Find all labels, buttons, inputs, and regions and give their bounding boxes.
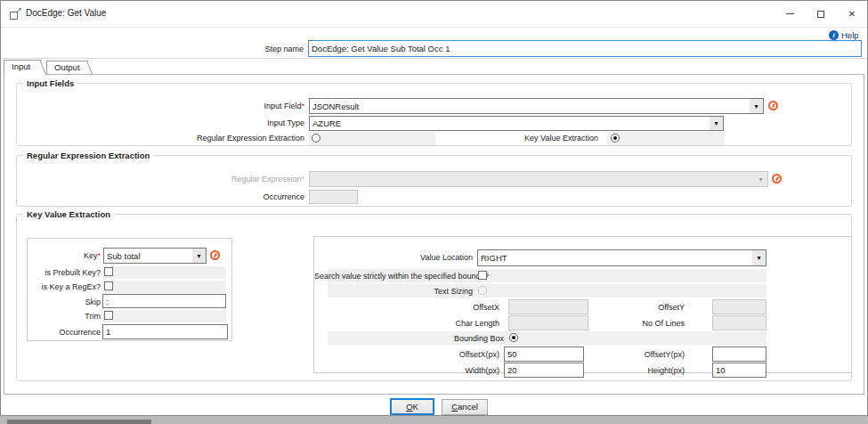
- group-kv-extraction: Key Value Extraction Key* ▾ is Prebuilt …: [16, 214, 852, 381]
- minimize-icon: [786, 13, 794, 14]
- input-type-value[interactable]: [310, 117, 710, 130]
- minimize-button[interactable]: [774, 1, 806, 27]
- prebuilt-key-strip: [102, 266, 226, 279]
- bounding-box-radio[interactable]: [509, 333, 518, 342]
- regex-extraction-option-label: Regular Expression Extraction: [37, 134, 304, 143]
- height-px-input[interactable]: [712, 363, 767, 378]
- key-warning-icon: [210, 250, 220, 260]
- offsety-label: OffsetY: [572, 303, 685, 312]
- width-px-label: Width(px): [359, 366, 499, 375]
- cancel-button[interactable]: Cancel: [442, 399, 488, 415]
- text-sizing-radio: [478, 286, 487, 295]
- kv-right-panel: Value Location ▾ Search value strictly w…: [313, 236, 852, 373]
- key-regex-label: is Key a RegEx?: [31, 282, 101, 291]
- no-of-lines-input: [712, 315, 767, 330]
- key-value[interactable]: [104, 249, 192, 263]
- key-regex-strip: [102, 281, 226, 293]
- close-button[interactable]: ✕: [836, 1, 868, 27]
- input-field-value[interactable]: [310, 99, 750, 113]
- strict-bounds-label: Search value strictly within the specifi…: [314, 272, 473, 281]
- required-marker: *: [301, 102, 304, 110]
- window-title: DocEdge: Get Value: [26, 8, 106, 18]
- chevron-down-icon[interactable]: ▾: [750, 99, 763, 113]
- input-type-label: Input Type: [37, 118, 304, 127]
- offsety-px-input[interactable]: [712, 347, 767, 362]
- key-label: Key*: [35, 251, 101, 260]
- key-regex-checkbox[interactable]: [104, 281, 113, 290]
- chevron-down-icon[interactable]: ▾: [192, 249, 206, 263]
- regex-extraction-radio[interactable]: [312, 134, 320, 143]
- regex-occurrence-input: [309, 190, 358, 204]
- offsetx-px-label: OffsetX(px): [359, 350, 499, 359]
- step-name-label: Step name: [37, 44, 304, 54]
- title-bar: ↗ DocEdge: Get Value ✕: [1, 1, 867, 28]
- app-icon: ↗: [10, 8, 21, 20]
- regular-expression-value: [310, 172, 754, 186]
- height-px-label: Height(px): [572, 366, 685, 375]
- occurrence-input[interactable]: [102, 324, 228, 339]
- group-input-fields: Input Fields Input Field* ▾ Input Type ▾…: [16, 83, 852, 146]
- external-arrow-icon: ↗: [15, 5, 22, 14]
- chevron-down-icon: ▾: [754, 172, 767, 186]
- regular-expression-label: Regular Expression*: [37, 175, 304, 183]
- close-icon: ✕: [848, 10, 856, 19]
- regular-expression-combo: ▾: [309, 171, 768, 187]
- kv-extraction-option-label: Key Value Extraction: [447, 134, 598, 143]
- group-input-fields-title: Input Fields: [23, 78, 77, 88]
- prebuilt-key-label: is Prebuilt Key?: [31, 268, 101, 277]
- info-icon: i: [829, 30, 839, 40]
- group-regex-title: Regular Expression Extraction: [23, 151, 153, 160]
- maximize-button[interactable]: [805, 1, 837, 27]
- step-name-input[interactable]: [308, 40, 862, 57]
- background-window-sliver: [7, 420, 151, 424]
- tab-input[interactable]: Input: [4, 60, 46, 75]
- no-of-lines-label: No Of Lines: [572, 319, 685, 328]
- skip-input[interactable]: [102, 294, 226, 308]
- strict-bounds-checkbox[interactable]: [478, 271, 487, 280]
- kv-extraction-option-strip: [607, 132, 725, 145]
- screen: ↗ DocEdge: Get Value ✕ i Help Step name …: [0, 0, 868, 424]
- help-button[interactable]: i Help: [829, 29, 859, 41]
- help-label: Help: [841, 30, 859, 40]
- offsety-px-label: OffsetY(px): [572, 350, 685, 359]
- chevron-down-icon[interactable]: ▾: [710, 117, 723, 130]
- trim-strip: [102, 310, 226, 322]
- key-combo[interactable]: ▾: [103, 248, 207, 264]
- value-location-value[interactable]: [478, 250, 752, 265]
- value-location-combo[interactable]: ▾: [477, 249, 767, 266]
- offsety-input: [712, 299, 767, 314]
- group-regex-extraction: Regular Expression Extraction Regular Ex…: [16, 155, 852, 207]
- trim-label: Trim: [31, 312, 101, 321]
- skip-label: Skip: [31, 298, 101, 306]
- required-marker: *: [301, 175, 304, 183]
- tab-output[interactable]: Output: [46, 61, 93, 74]
- regex-extraction-option-strip: [309, 132, 435, 145]
- trim-checkbox[interactable]: [104, 311, 113, 320]
- bounding-box-label: Bounding Box: [363, 334, 504, 343]
- regular-expression-warning-icon: [772, 174, 782, 183]
- input-type-combo[interactable]: ▾: [309, 116, 724, 131]
- kv-left-panel: Key* ▾ is Prebuilt Key? is Key a RegEx? …: [27, 238, 232, 341]
- separator: [1, 58, 867, 59]
- group-kv-title: Key Value Extraction: [23, 209, 114, 219]
- char-length-label: Char Length: [359, 319, 499, 328]
- tab-output-label: Output: [46, 61, 93, 72]
- input-field-warning-icon: [768, 101, 778, 110]
- text-sizing-label: Text Sizing: [332, 287, 473, 296]
- value-location-label: Value Location: [332, 253, 473, 262]
- dialog-window: ↗ DocEdge: Get Value ✕ i Help Step name …: [0, 0, 868, 416]
- offsetx-label: OffsetX: [359, 303, 499, 312]
- prebuilt-key-checkbox[interactable]: [104, 267, 113, 276]
- ok-button[interactable]: OK: [390, 398, 434, 415]
- required-marker: *: [97, 251, 101, 260]
- chevron-down-icon[interactable]: ▾: [752, 250, 766, 265]
- maximize-icon: [817, 11, 824, 18]
- kv-extraction-radio[interactable]: [611, 134, 620, 143]
- regex-occurrence-label: Occurrence: [37, 192, 304, 201]
- tab-input-label: Input: [4, 60, 46, 71]
- input-field-combo[interactable]: ▾: [309, 98, 764, 114]
- input-field-label: Input Field*: [37, 102, 304, 110]
- occurrence-label: Occurrence: [31, 328, 101, 337]
